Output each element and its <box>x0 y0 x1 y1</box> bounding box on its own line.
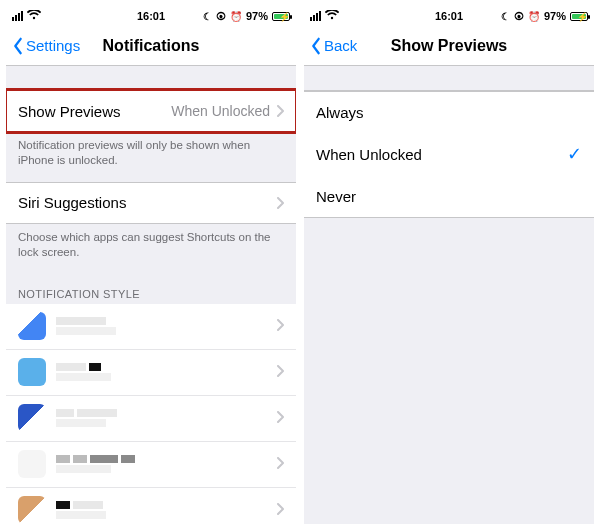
cell-show-previews[interactable]: Show Previews When Unlocked <box>6 90 296 132</box>
back-button[interactable]: Settings <box>12 37 80 55</box>
status-bar: 16:01 ☾ ⦿ ⏰ 97% ⚡ <box>304 6 594 26</box>
app-row[interactable] <box>6 350 296 396</box>
cell-siri-suggestions[interactable]: Siri Suggestions <box>6 182 296 224</box>
option-when-unlocked[interactable]: When Unlocked ✓ <box>304 133 594 175</box>
wifi-icon <box>325 9 339 23</box>
status-time: 16:01 <box>435 10 463 22</box>
dnd-icon: ☾ <box>203 11 212 22</box>
app-meta <box>56 317 266 335</box>
app-row[interactable] <box>6 304 296 350</box>
section-footer: Notification previews will only be shown… <box>6 132 296 182</box>
chevron-right-icon <box>276 409 284 427</box>
nav-bar: Back Show Previews <box>304 26 594 66</box>
cell-signal-icon <box>310 11 321 21</box>
wifi-icon <box>27 9 41 23</box>
page-title: Notifications <box>103 37 200 55</box>
option-label: Always <box>316 104 582 121</box>
section-footer: Choose which apps can suggest Shortcuts … <box>6 224 296 274</box>
app-row[interactable] <box>6 396 296 442</box>
checkmark-icon: ✓ <box>567 143 582 165</box>
chevron-left-icon <box>12 37 24 55</box>
back-label: Back <box>324 37 357 54</box>
section-header: NOTIFICATION STYLE <box>6 274 296 304</box>
cell-label: Siri Suggestions <box>18 194 276 211</box>
cell-label: Show Previews <box>18 103 171 120</box>
app-icon <box>18 496 46 524</box>
chevron-right-icon <box>276 363 284 381</box>
chevron-left-icon <box>310 37 322 55</box>
chevron-right-icon <box>276 197 284 209</box>
option-never[interactable]: Never <box>304 175 594 217</box>
lock-icon: ⦿ <box>216 11 226 22</box>
option-always[interactable]: Always <box>304 91 594 133</box>
battery-percent: 97% <box>246 10 268 22</box>
battery-percent: 97% <box>544 10 566 22</box>
app-icon <box>18 450 46 478</box>
battery-icon: ⚡ <box>272 12 290 21</box>
chevron-right-icon <box>276 317 284 335</box>
options-group: Always When Unlocked ✓ Never <box>304 90 594 218</box>
screen-show-previews: 16:01 ☾ ⦿ ⏰ 97% ⚡ Back Show Previews Alw… <box>304 6 594 524</box>
app-row[interactable] <box>6 488 296 524</box>
alarm-icon: ⏰ <box>528 11 540 22</box>
option-label: Never <box>316 188 582 205</box>
status-bar: 16:01 ☾ ⦿ ⏰ 97% ⚡ <box>6 6 296 26</box>
app-icon <box>18 358 46 386</box>
dnd-icon: ☾ <box>501 11 510 22</box>
app-row[interactable] <box>6 442 296 488</box>
page-title: Show Previews <box>391 37 508 55</box>
back-label: Settings <box>26 37 80 54</box>
chevron-right-icon <box>276 105 284 117</box>
nav-bar: Settings Notifications <box>6 26 296 66</box>
lock-icon: ⦿ <box>514 11 524 22</box>
app-meta <box>56 363 266 381</box>
app-icon <box>18 312 46 340</box>
battery-icon: ⚡ <box>570 12 588 21</box>
status-time: 16:01 <box>137 10 165 22</box>
app-meta <box>56 501 266 519</box>
screen-notifications: 16:01 ☾ ⦿ ⏰ 97% ⚡ Settings Notifications… <box>6 6 296 524</box>
app-icon <box>18 404 46 432</box>
app-meta <box>56 409 266 427</box>
back-button[interactable]: Back <box>310 37 357 55</box>
app-meta <box>56 455 266 473</box>
option-label: When Unlocked <box>316 146 567 163</box>
chevron-right-icon <box>276 501 284 519</box>
cell-signal-icon <box>12 11 23 21</box>
chevron-right-icon <box>276 455 284 473</box>
alarm-icon: ⏰ <box>230 11 242 22</box>
cell-value: When Unlocked <box>171 103 270 119</box>
